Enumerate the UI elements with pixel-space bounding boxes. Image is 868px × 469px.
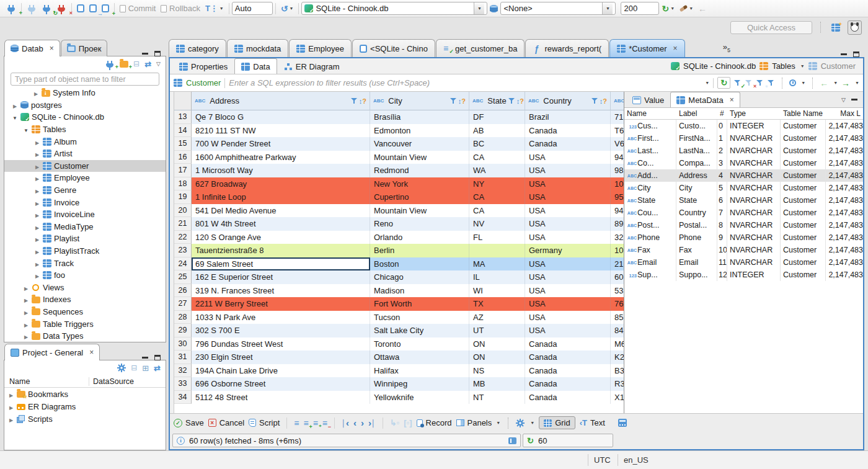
metadata-row[interactable]: Sup... Suppo... 12 INTEGER Customer 2,14… xyxy=(624,269,863,281)
table-row[interactable]: 30 796 Dundas Street West Toronto ON Can… xyxy=(174,337,624,351)
tree-item[interactable]: Scripts xyxy=(4,413,166,425)
cell-city[interactable]: Berlin xyxy=(370,244,469,257)
dbeaver-perspective-button[interactable] xyxy=(848,20,862,35)
cell-city[interactable]: Vancouver xyxy=(370,137,469,151)
chevron-down-icon[interactable]: ▼ xyxy=(833,81,838,85)
cell-postal[interactable]: V6 xyxy=(611,137,624,151)
column-header-state[interactable]: ABCState↕? xyxy=(469,92,525,110)
cell-state[interactable]: FL xyxy=(469,231,525,244)
tab-er-diagram[interactable]: ER Diagram xyxy=(277,58,347,74)
editor-tab[interactable]: <SQLite - Chino xyxy=(352,39,435,57)
metadata-row[interactable]: Email Email 11 NVARCHAR Customer 2,147,4… xyxy=(624,256,863,269)
open-perspective-button[interactable]: ✦ xyxy=(829,22,843,34)
table-row[interactable]: 31 230 Elgin Street Ottawa ON Canada K2 xyxy=(174,351,624,364)
row-number[interactable]: 19 xyxy=(174,190,192,204)
auto-refresh-box[interactable]: ↻ 60 xyxy=(523,434,613,447)
metadata-row[interactable]: Fax Fax 10 NVARCHAR Customer 2,147,483 xyxy=(624,244,863,256)
gear-icon[interactable] xyxy=(516,419,525,427)
navigator-filter-input[interactable]: Type part of object name to filter xyxy=(11,73,159,86)
row-number[interactable]: 27 xyxy=(174,297,192,311)
expand-arrow-icon[interactable] xyxy=(23,331,29,341)
expand-all-icon[interactable]: ⊞ xyxy=(142,364,149,373)
cell-address[interactable]: 1033 N Park Ave xyxy=(192,311,370,324)
more-tabs-button[interactable]: »5 xyxy=(723,42,730,53)
table-row[interactable]: 24 69 Salem Street Boston MA USA 21 xyxy=(174,257,624,271)
cell-postal[interactable]: 21 xyxy=(611,257,624,271)
sort-icon[interactable]: ↕? xyxy=(516,97,524,105)
cell-address[interactable]: 8210 111 ST NW xyxy=(192,124,370,138)
table-row[interactable]: 20 541 Del Medio Avenue Mountain View CA… xyxy=(174,204,624,218)
minimize-icon[interactable] xyxy=(142,53,148,55)
tab-data[interactable]: Data xyxy=(234,58,277,74)
commit-mode-combo[interactable]: Auto xyxy=(232,2,273,15)
locale-indicator[interactable]: en_US xyxy=(624,455,649,465)
row-number[interactable]: 14 xyxy=(174,124,192,138)
cell-address[interactable]: 2211 W Berry Street xyxy=(192,297,370,311)
cell-postal[interactable]: B3 xyxy=(611,364,624,378)
cell-state[interactable] xyxy=(469,244,525,257)
table-row[interactable]: 16 1600 Amphitheatre Parkway Mountain Vi… xyxy=(174,151,624,164)
row-number[interactable]: 30 xyxy=(174,337,192,351)
panels-button[interactable]: Panels▼ xyxy=(456,418,501,427)
save-button[interactable]: ✓Save xyxy=(174,418,204,427)
transaction-mode-button[interactable]: T⋮▼ xyxy=(203,2,226,15)
table-row[interactable]: 18 627 Broadway New York NY USA 10 xyxy=(174,177,624,191)
cell-postal[interactable]: 85 xyxy=(611,311,624,324)
cell-country[interactable]: USA xyxy=(525,284,611,298)
chevron-down-icon[interactable]: ▼ xyxy=(855,81,859,85)
metadata-row[interactable]: Last... LastNa... 2 NVARCHAR Customer 2,… xyxy=(624,145,863,157)
open-sql-editor-button[interactable] xyxy=(74,2,87,14)
expand-arrow-icon[interactable] xyxy=(34,234,40,243)
previous-page-icon[interactable]: ← xyxy=(820,78,828,88)
metadata-row[interactable]: City City 5 NVARCHAR Customer 2,147,483 xyxy=(624,182,863,194)
tree-item[interactable]: postgres xyxy=(4,99,166,112)
connection-combo[interactable]: SQLite - Chinook.db▼ xyxy=(301,2,487,15)
tree-item[interactable]: SQLite - Chinook.db xyxy=(4,111,166,123)
editor-tab[interactable]: Employee xyxy=(289,39,352,57)
row-number[interactable]: 28 xyxy=(174,311,192,324)
row-number[interactable]: 29 xyxy=(174,324,192,337)
cell-country[interactable]: USA xyxy=(525,204,611,218)
cell-postal[interactable]: 76 xyxy=(611,297,624,311)
cell-state[interactable]: NV xyxy=(469,217,525,231)
next-row-icon[interactable]: › xyxy=(361,418,364,427)
cell-state[interactable]: TX xyxy=(469,297,525,311)
tree-item[interactable]: ER Diagrams xyxy=(4,400,166,413)
minimize-icon[interactable] xyxy=(851,99,857,100)
expand-arrow-icon[interactable] xyxy=(23,295,29,304)
column-header-maxlength[interactable]: Max L xyxy=(826,109,863,118)
cell-state[interactable]: ON xyxy=(469,337,525,351)
auto-refresh-icon[interactable] xyxy=(789,79,796,86)
tree-item[interactable]: Bookmarks xyxy=(4,388,166,400)
new-sql-script-button[interactable]: + xyxy=(99,2,112,14)
cell-address[interactable]: 700 W Pender Street xyxy=(192,137,370,151)
tree-item[interactable]: Customer xyxy=(4,160,166,172)
expand-arrow-icon[interactable] xyxy=(34,270,40,280)
goto-row-icon[interactable]: ↳▫ xyxy=(390,418,400,427)
sort-icon[interactable]: ↕? xyxy=(600,97,607,105)
cell-postal[interactable]: 53 xyxy=(611,284,624,298)
expand-arrow-icon[interactable] xyxy=(33,88,39,97)
cell-address[interactable]: 162 E Superior Street xyxy=(192,270,370,284)
timezone-indicator[interactable]: UTC xyxy=(594,455,611,465)
cell-address[interactable]: 1600 Amphitheatre Parkway xyxy=(192,151,370,164)
cell-postal[interactable]: T6 xyxy=(611,124,624,138)
row-number[interactable]: 25 xyxy=(174,270,192,284)
remove-filter-icon[interactable]: × xyxy=(745,79,753,87)
quick-access-input[interactable]: Quick Access xyxy=(730,21,812,34)
column-header-label[interactable]: Label xyxy=(676,109,717,118)
cell-country[interactable]: USA xyxy=(525,231,611,244)
table-row[interactable]: 28 1033 N Park Ave Tucson AZ USA 85 xyxy=(174,311,624,324)
cell-country[interactable]: USA xyxy=(525,164,611,177)
expand-arrow-icon[interactable] xyxy=(34,198,40,207)
cell-city[interactable]: Fort Worth xyxy=(370,297,469,311)
tab-metadata[interactable]: MetaData× xyxy=(670,92,740,107)
table-row[interactable]: 23 Tauentzienstraße 8 Berlin Germany 10 xyxy=(174,244,624,257)
metadata-row[interactable]: Cus... Custo... 0 INTEGER Customer 2,147… xyxy=(624,120,863,132)
close-icon[interactable]: × xyxy=(89,348,94,357)
tab-project-general[interactable]: Project - General × xyxy=(4,344,100,360)
tree-item[interactable]: PlaylistTrack xyxy=(4,245,166,257)
column-header-table[interactable]: Table Name xyxy=(781,109,826,118)
cell-state[interactable]: AB xyxy=(469,124,525,138)
add-row-icon[interactable]: ≡+ xyxy=(304,419,309,427)
